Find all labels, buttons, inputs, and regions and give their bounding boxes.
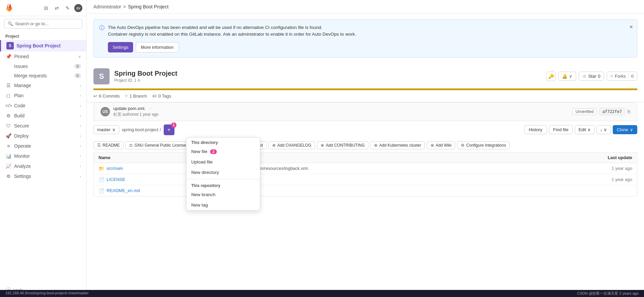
project-header: S Spring Boot Project Project ID: 1 ⎘ 🔑 … (87, 63, 644, 88)
commit-hash[interactable]: af722fe7 (599, 108, 625, 115)
sidebar-toggle-icon[interactable]: ⊟ (42, 4, 50, 12)
merge-request-icon[interactable]: ⇄ (53, 4, 61, 12)
clone-button[interactable]: Clone ∨ (613, 125, 637, 134)
dropdown-new-directory[interactable]: New directory (187, 167, 260, 178)
build-chevron: › (80, 114, 81, 118)
dropdown-new-file[interactable]: New file 2 (187, 146, 260, 157)
sidebar-header-icons: ⊟ ⇄ ✎ av (42, 4, 82, 12)
sidebar-item-operate[interactable]: ≡ Operate › (0, 141, 86, 151)
sidebar-item-merge-requests[interactable]: Merge requests 0 (0, 71, 86, 80)
analyze-icon: 📈 (5, 163, 11, 169)
main-content: Administrator > Spring Boot Project ⓘ Th… (87, 0, 644, 297)
wiki-badge[interactable]: ⊕ Add Wiki (427, 141, 455, 149)
col-last-commit: Last commit (232, 155, 499, 160)
manage-chevron: › (80, 83, 81, 87)
new-file-label: New file (191, 149, 207, 154)
branch-count: 1 Branch (129, 94, 147, 99)
edit-icon[interactable]: ✎ (64, 4, 72, 12)
project-title: Spring Boot Project (114, 70, 177, 77)
history-button[interactable]: History (524, 125, 547, 134)
build-label: Build (14, 113, 25, 118)
copy-commit-hash-button[interactable]: ⎘ (628, 109, 630, 114)
commit-message[interactable]: update pom.xml. ··· (113, 106, 569, 111)
notifications-chevron: ∨ (569, 74, 572, 79)
operate-chevron: › (80, 144, 81, 148)
upload-file-label: Upload file (191, 159, 213, 164)
secure-icon: 🛡 (5, 123, 11, 128)
alert-line1: The Auto DevOps pipeline has been enable… (108, 24, 632, 31)
star-button[interactable]: ☆ Star 0 (579, 72, 604, 81)
new-tag-label: New tag (191, 202, 208, 208)
sidebar-item-code[interactable]: </> Code › (0, 101, 86, 111)
edit-chevron-icon: ∨ (588, 127, 591, 132)
bottom-url: 192.168.46.9/root/spring-boot-project/-/… (5, 291, 89, 296)
more-info-button[interactable]: More information (136, 42, 179, 52)
breadcrumb-parent[interactable]: Administrator (93, 4, 121, 9)
notifications-button[interactable]: 🔔 ∨ (558, 72, 576, 81)
sidebar-item-project[interactable]: S Spring Boot Project (0, 40, 86, 51)
src-main-date: 1 year ago (499, 166, 632, 171)
branch-selector[interactable]: master ∨ (93, 125, 119, 134)
bottom-info: CSDN @想看一次满天星 2 years ago (577, 291, 639, 296)
code-label: Code (14, 103, 25, 108)
branch-stat[interactable]: ⑂ 1 Branch (125, 94, 147, 99)
tags-stat[interactable]: 🏷 0 Tags (152, 94, 171, 99)
settings-label: Settings (14, 174, 31, 179)
search-placeholder: Search or go to... (15, 21, 49, 26)
commits-stat[interactable]: ↩ 6 Commits (93, 94, 120, 99)
sidebar-item-build[interactable]: ⚙ Build › (0, 111, 86, 121)
dropdown-this-directory-label: This directory (187, 138, 260, 146)
manage-label: Manage (14, 83, 31, 88)
doc-icon: 📄 (98, 188, 104, 193)
sidebar-item-plan[interactable]: ◻ Plan › (0, 90, 86, 101)
add-new-button[interactable]: + 1 (164, 124, 174, 135)
commits-count: 6 Commits (99, 94, 120, 99)
find-file-button[interactable]: Find file (549, 125, 573, 134)
table-row: 📄 LICENSE add LICENSE. 1 year ago (94, 174, 637, 185)
bell-icon: 🔔 (562, 74, 567, 79)
sidebar-item-analyze[interactable]: 📈 Analyze › (0, 161, 86, 171)
copy-id-icon[interactable]: ⎘ (138, 78, 140, 83)
sidebar-item-secure[interactable]: 🛡 Secure › (0, 121, 86, 131)
alert-close-button[interactable]: × (629, 24, 633, 31)
dropdown-menu: This directory New file 2 Upload file Ne… (186, 137, 260, 211)
sidebar-item-monitor[interactable]: 📊 Monitor › (0, 151, 86, 161)
forks-button[interactable]: ⑂ Forks 0 (607, 72, 637, 81)
sidebar-item-pinned[interactable]: 📌 Pinned ∨ (0, 51, 86, 62)
integrations-badge[interactable]: ⚙ Configure Integrations (457, 141, 510, 149)
readme-badge[interactable]: ☰ README (93, 141, 123, 149)
star-icon: ☆ (582, 74, 587, 79)
sidebar-item-manage[interactable]: ☰ Manage › (0, 80, 86, 90)
sidebar-item-deploy[interactable]: 🚀 Deploy › (0, 131, 86, 141)
contributing-badge[interactable]: ⊕ Add CONTRIBUTING (317, 141, 368, 149)
dropdown-new-branch[interactable]: New branch (187, 189, 260, 200)
changelog-badge[interactable]: ⊕ Add CHANGELOG (269, 141, 315, 149)
readme-en-commit: first commit (232, 188, 499, 193)
sidebar-header: ⊟ ⇄ ✎ av (0, 0, 86, 16)
path-display: spring-boot-project / (122, 127, 161, 132)
dropdown-new-tag[interactable]: New tag (187, 200, 260, 210)
license-date: 1 year ago (499, 177, 632, 182)
license-icon: ⚖ (129, 143, 133, 148)
lock-button[interactable]: 🔑 (546, 72, 556, 81)
monitor-icon: 📊 (5, 153, 11, 159)
sidebar-item-issues[interactable]: Issues 0 (0, 62, 86, 71)
repo-path: spring-boot-project (122, 127, 158, 132)
tags-count: 0 Tags (158, 94, 171, 99)
table-row: 📁 src/main update src/main/resources/log… (94, 163, 637, 174)
settings-button[interactable]: Settings (108, 42, 133, 52)
dropdown-upload-file[interactable]: Upload file (187, 157, 260, 167)
commit-more-icon[interactable]: ··· (149, 106, 153, 111)
kubernetes-badge[interactable]: ⊕ Add Kubernetes cluster (370, 141, 425, 149)
issues-label: Issues (14, 64, 28, 69)
new-file-badge: 2 (210, 149, 217, 154)
sidebar-item-settings[interactable]: ⚙ Settings › (0, 171, 86, 181)
gitlab-logo[interactable] (4, 3, 14, 13)
download-button[interactable]: ↓ ∨ (597, 125, 611, 134)
breadcrumb: Administrator > Spring Boot Project (87, 0, 644, 14)
edit-button[interactable]: Edit ∨ (575, 125, 594, 134)
user-avatar[interactable]: av (74, 4, 82, 12)
branch-icon: ⑂ (125, 94, 128, 99)
search-box[interactable]: 🔍 Search or go to... (4, 19, 82, 29)
chevron-down-icon: ∨ (78, 54, 81, 59)
